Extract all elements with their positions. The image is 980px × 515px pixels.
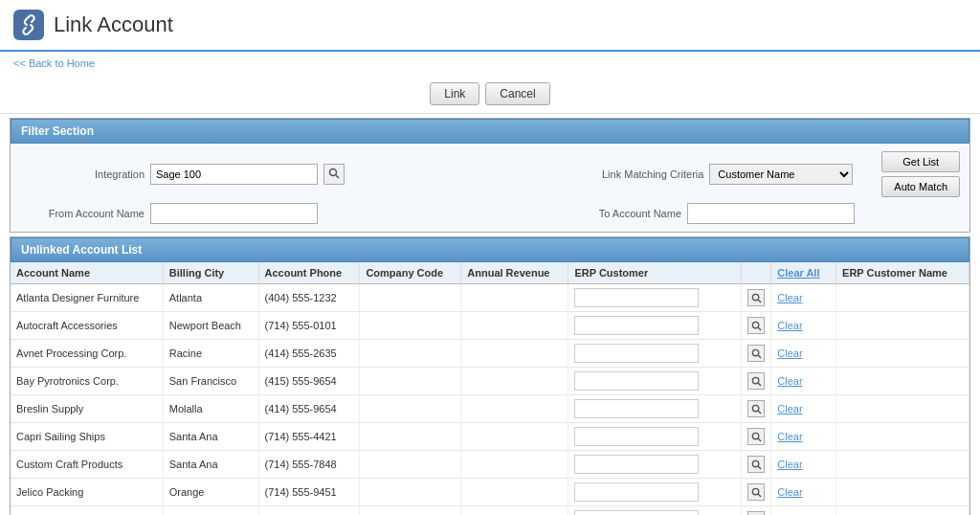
integration-input[interactable] bbox=[150, 164, 318, 185]
search-icon bbox=[751, 293, 762, 303]
filter-section: Filter Section Integration Link Matc bbox=[10, 118, 970, 233]
clear-link[interactable]: Clear bbox=[777, 459, 802, 470]
cell-search-btn[interactable] bbox=[742, 340, 771, 368]
svg-line-1 bbox=[336, 175, 339, 178]
erp-search-button[interactable] bbox=[747, 511, 765, 515]
cell-clear[interactable]: Clear bbox=[771, 284, 836, 312]
to-account-input[interactable] bbox=[687, 203, 855, 224]
cell-clear[interactable]: Clear bbox=[771, 340, 836, 368]
back-to-home-link[interactable]: << Back to Home bbox=[13, 57, 95, 69]
integration-search-button[interactable] bbox=[323, 164, 345, 185]
erp-search-button[interactable] bbox=[747, 428, 765, 445]
clear-link[interactable]: Clear bbox=[777, 320, 802, 331]
erp-search-button[interactable] bbox=[747, 317, 765, 334]
erp-customer-input[interactable] bbox=[574, 344, 699, 363]
erp-customer-input[interactable] bbox=[574, 371, 699, 391]
cell-clear[interactable]: Clear bbox=[771, 395, 836, 423]
erp-search-button[interactable] bbox=[747, 456, 765, 473]
table-row: Jelico Packing Orange (714) 555-9451 Cle… bbox=[11, 479, 969, 506]
cell-annual-revenue bbox=[461, 340, 568, 368]
cancel-button-top[interactable]: Cancel bbox=[485, 82, 549, 105]
accounts-tbody: Atlanta Designer Furniture Atlanta (404)… bbox=[11, 284, 969, 516]
clear-link[interactable]: Clear bbox=[777, 486, 802, 498]
svg-point-4 bbox=[752, 322, 758, 327]
svg-point-8 bbox=[752, 377, 758, 383]
cell-phone: (415) 555-9654 bbox=[258, 368, 360, 395]
erp-customer-input[interactable] bbox=[574, 316, 699, 335]
svg-line-5 bbox=[758, 327, 761, 330]
cell-phone: (714) 555-4421 bbox=[258, 423, 360, 451]
svg-line-17 bbox=[758, 494, 761, 497]
col-company-code: Company Code bbox=[360, 262, 461, 284]
from-account-label: From Account Name bbox=[20, 208, 145, 219]
cell-account-name: Shepard Motorworks bbox=[11, 506, 163, 516]
cell-annual-revenue bbox=[461, 479, 568, 506]
cell-clear[interactable]: Clear bbox=[771, 479, 836, 506]
cell-clear[interactable]: Clear bbox=[771, 312, 836, 340]
erp-customer-input[interactable] bbox=[574, 455, 699, 474]
table-row: Breslin Supply Molalla (414) 555-9654 Cl… bbox=[11, 395, 969, 423]
cell-clear[interactable]: Clear bbox=[771, 423, 836, 451]
cell-search-btn[interactable] bbox=[742, 284, 771, 312]
cell-erp-customer-name bbox=[836, 368, 969, 395]
cell-clear[interactable]: Clear bbox=[771, 506, 836, 516]
link-button-top[interactable]: Link bbox=[430, 82, 479, 105]
cell-company-code bbox=[360, 395, 461, 423]
erp-customer-input[interactable] bbox=[574, 399, 699, 418]
cell-erp-customer bbox=[568, 506, 742, 516]
clear-link[interactable]: Clear bbox=[777, 347, 802, 359]
cell-erp-customer-name bbox=[836, 451, 969, 479]
cell-erp-customer bbox=[568, 340, 742, 368]
cell-search-btn[interactable] bbox=[742, 479, 771, 506]
erp-search-button[interactable] bbox=[747, 345, 765, 362]
erp-search-button[interactable] bbox=[747, 483, 765, 501]
erp-customer-input[interactable] bbox=[574, 482, 699, 502]
erp-search-button[interactable] bbox=[747, 289, 765, 306]
erp-search-button[interactable] bbox=[747, 372, 765, 390]
cell-clear[interactable]: Clear bbox=[771, 368, 836, 395]
cell-search-btn[interactable] bbox=[742, 395, 771, 423]
cell-billing-city: Atlanta bbox=[163, 284, 258, 312]
erp-customer-input[interactable] bbox=[574, 288, 699, 307]
clear-link[interactable]: Clear bbox=[777, 431, 802, 442]
svg-point-2 bbox=[752, 294, 758, 300]
erp-customer-input[interactable] bbox=[574, 427, 699, 446]
cell-account-name: Custom Craft Products bbox=[11, 451, 163, 479]
clear-link[interactable]: Clear bbox=[777, 403, 802, 414]
clear-all-link[interactable]: Clear All bbox=[777, 267, 819, 279]
cell-erp-customer-name bbox=[836, 479, 969, 506]
cell-search-btn[interactable] bbox=[742, 312, 771, 340]
svg-line-9 bbox=[758, 383, 761, 386]
cell-erp-customer-name bbox=[836, 312, 969, 340]
svg-line-3 bbox=[758, 300, 761, 302]
erp-search-button[interactable] bbox=[747, 400, 765, 417]
col-account-name: Account Name bbox=[11, 262, 163, 284]
search-icon bbox=[328, 168, 340, 179]
cell-clear[interactable]: Clear bbox=[771, 451, 836, 479]
cell-search-btn[interactable] bbox=[742, 451, 771, 479]
svg-line-11 bbox=[758, 411, 761, 414]
from-account-input[interactable] bbox=[150, 203, 318, 224]
cell-search-btn[interactable] bbox=[742, 423, 771, 451]
cell-erp-customer bbox=[568, 451, 742, 479]
clear-link[interactable]: Clear bbox=[777, 292, 802, 303]
cell-search-btn[interactable] bbox=[742, 368, 771, 395]
filter-row-1: Integration Link Matching Criteria Custo… bbox=[20, 151, 960, 197]
search-icon bbox=[751, 432, 762, 442]
cell-account-name: Capri Sailing Ships bbox=[11, 423, 163, 451]
get-list-button[interactable]: Get List bbox=[881, 151, 960, 172]
cell-billing-city: Santa Ana bbox=[163, 451, 258, 479]
cell-phone: (714) 555-0101 bbox=[258, 312, 360, 340]
link-matching-select[interactable]: Customer Name Customer Number Account Na… bbox=[709, 164, 853, 185]
cell-billing-city: San Francisco bbox=[163, 368, 258, 395]
cell-billing-city: Newport Beach bbox=[163, 312, 258, 340]
search-icon bbox=[751, 348, 762, 359]
cell-search-btn[interactable] bbox=[742, 506, 771, 516]
cell-company-code bbox=[360, 284, 461, 312]
col-clear-all[interactable]: Clear All bbox=[771, 262, 836, 284]
auto-match-button[interactable]: Auto Match bbox=[881, 176, 960, 197]
cell-erp-customer-name bbox=[836, 423, 969, 451]
erp-customer-input[interactable] bbox=[574, 510, 699, 515]
clear-link[interactable]: Clear bbox=[777, 375, 802, 387]
table-header-row: Account Name Billing City Account Phone … bbox=[11, 262, 969, 284]
